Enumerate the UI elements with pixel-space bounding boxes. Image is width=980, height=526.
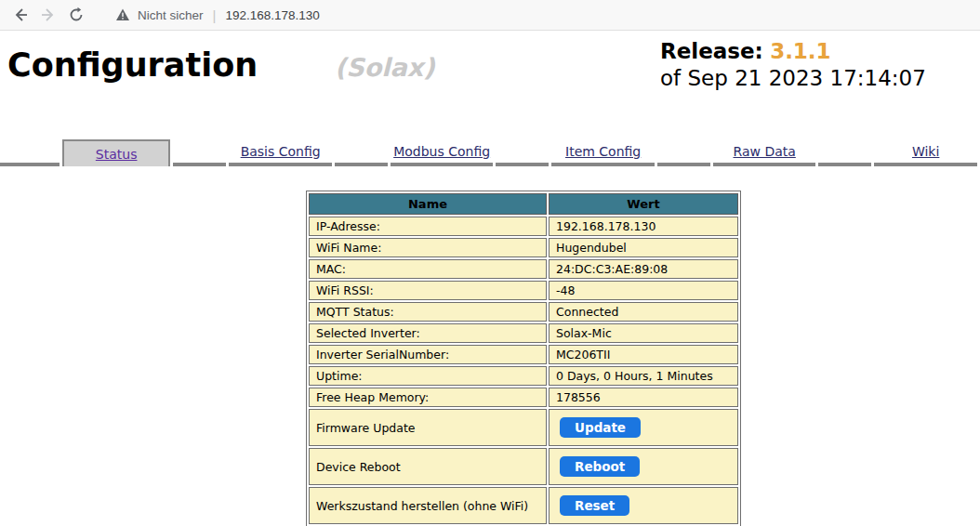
release-version: 3.1.1 bbox=[770, 39, 831, 63]
browser-toolbar: Nicht sicher | 192.168.178.130 bbox=[0, 0, 980, 31]
row-action-cell: Reboot bbox=[549, 448, 738, 485]
row-label: Device Reboot bbox=[309, 448, 547, 485]
row-label: Inverter SerialNumber: bbox=[309, 345, 547, 364]
row-label: MQTT Status: bbox=[309, 302, 547, 322]
row-value: 192.168.178.130 bbox=[549, 217, 738, 236]
table-row: MAC:24:DC:C3:AE:89:08 bbox=[309, 259, 738, 279]
row-label: WiFi RSSI: bbox=[309, 281, 547, 300]
page-subtitle: (Solax) bbox=[335, 53, 435, 82]
security-label: Nicht sicher bbox=[138, 8, 204, 22]
table-row: Werkszustand herstellen (ohne WiFi)Reset bbox=[309, 487, 738, 524]
tab-label: Raw Data bbox=[733, 144, 795, 159]
forward-icon[interactable] bbox=[37, 4, 60, 26]
table-header-row: NameWert bbox=[309, 193, 738, 215]
table-row: Device RebootReboot bbox=[309, 448, 738, 485]
row-label: Free Heap Memory: bbox=[309, 388, 547, 407]
row-action-cell: Update bbox=[549, 409, 738, 446]
tab-modbus-config[interactable]: Modbus Config bbox=[391, 139, 494, 166]
warning-icon bbox=[115, 7, 130, 22]
tab-edge-line bbox=[0, 139, 60, 166]
reset-button[interactable]: Reset bbox=[560, 495, 629, 516]
table-row: IP-Adresse:192.168.178.130 bbox=[309, 217, 738, 236]
release-line1: Release: 3.1.1 bbox=[660, 38, 926, 65]
site-info[interactable]: Nicht sicher | 192.168.178.130 bbox=[115, 7, 320, 23]
update-button[interactable]: Update bbox=[560, 417, 641, 438]
tab-label: Basis Config bbox=[241, 144, 321, 159]
row-label: Werkszustand herstellen (ohne WiFi) bbox=[309, 487, 547, 524]
reboot-button[interactable]: Reboot bbox=[560, 456, 640, 477]
row-value: 0 Days, 0 Hours, 1 Minutes bbox=[549, 366, 738, 386]
tab-spacer-line bbox=[335, 139, 388, 166]
table-row: Uptime:0 Days, 0 Hours, 1 Minutes bbox=[309, 366, 738, 386]
row-label: MAC: bbox=[309, 259, 547, 279]
row-label: Uptime: bbox=[309, 366, 547, 386]
tab-spacer-line bbox=[818, 139, 871, 166]
row-action-cell: Reset bbox=[549, 487, 738, 524]
row-value: MC206TII bbox=[549, 345, 738, 364]
row-value: 24:DC:C3:AE:89:08 bbox=[549, 259, 738, 279]
row-value: Solax-Mic bbox=[549, 323, 738, 343]
tab-bar: StatusBasis ConfigModbus ConfigItem Conf… bbox=[0, 139, 980, 166]
table-row: WiFi RSSI:-48 bbox=[309, 281, 738, 300]
address-url[interactable]: 192.168.178.130 bbox=[225, 8, 319, 22]
table-row: WiFi Name:Hugendubel bbox=[309, 238, 738, 257]
back-icon[interactable] bbox=[9, 4, 32, 26]
tab-label: Item Config bbox=[565, 144, 641, 159]
row-label: Selected Inverter: bbox=[309, 323, 547, 343]
column-header-wert: Wert bbox=[549, 193, 738, 215]
url-separator: | bbox=[213, 7, 217, 23]
row-label: WiFi Name: bbox=[309, 238, 547, 257]
tab-label: Modbus Config bbox=[393, 144, 490, 159]
table-row: MQTT Status:Connected bbox=[309, 302, 738, 322]
tab-label: Wiki bbox=[912, 144, 939, 159]
page-header: Configuration (Solax) Release: 3.1.1 of … bbox=[0, 31, 980, 125]
row-value: -48 bbox=[549, 281, 738, 300]
release-label: Release: bbox=[660, 39, 763, 63]
table-row: Inverter SerialNumber:MC206TII bbox=[309, 345, 738, 364]
row-value: 178556 bbox=[549, 388, 738, 407]
release-info: Release: 3.1.1 of Sep 21 2023 17:14:07 bbox=[660, 38, 926, 92]
tab-item-config[interactable]: Item Config bbox=[551, 139, 655, 166]
row-value: Connected bbox=[549, 302, 738, 322]
configuration-page: Configuration (Solax) Release: 3.1.1 of … bbox=[0, 31, 980, 526]
row-label: IP-Adresse: bbox=[309, 217, 547, 236]
release-date: of Sep 21 2023 17:14:07 bbox=[660, 65, 926, 92]
tab-spacer-line bbox=[496, 139, 549, 166]
tab-label: Status bbox=[96, 147, 138, 162]
tab-raw-data[interactable]: Raw Data bbox=[713, 139, 816, 166]
tab-wiki[interactable]: Wiki bbox=[874, 139, 977, 166]
row-label: Firmware Update bbox=[309, 409, 547, 446]
page-title: Configuration bbox=[7, 46, 258, 84]
table-row: Firmware UpdateUpdate bbox=[309, 409, 738, 446]
status-table: NameWert IP-Adresse:192.168.178.130WiFi … bbox=[306, 191, 741, 526]
tab-status[interactable]: Status bbox=[62, 139, 171, 166]
table-row: Free Heap Memory:178556 bbox=[309, 388, 738, 407]
tab-spacer-line bbox=[657, 139, 710, 166]
tab-basis-config[interactable]: Basis Config bbox=[229, 139, 332, 166]
column-header-name: Name bbox=[309, 193, 547, 215]
table-row: Selected Inverter:Solax-Mic bbox=[309, 323, 738, 343]
tab-spacer-line bbox=[173, 139, 226, 166]
reload-icon[interactable] bbox=[65, 4, 87, 26]
row-value: Hugendubel bbox=[549, 238, 738, 257]
